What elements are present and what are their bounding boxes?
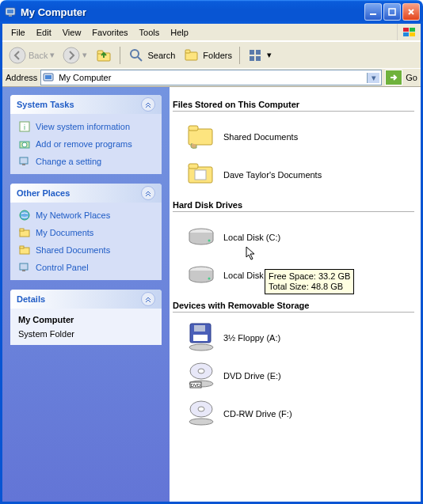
link-label: My Network Places <box>36 210 110 220</box>
menu-help[interactable]: Help <box>165 26 194 39</box>
views-button[interactable]: ▾ <box>244 45 275 66</box>
up-button[interactable] <box>92 45 116 66</box>
menu-view[interactable]: View <box>57 26 87 39</box>
svg-point-42 <box>208 240 211 242</box>
group-header-files: Files Stored on This Computer <box>173 98 414 112</box>
up-folder-icon <box>95 47 112 64</box>
menu-tools[interactable]: Tools <box>134 26 166 39</box>
svg-point-55 <box>198 407 204 411</box>
link-shared-documents[interactable]: Shared Documents <box>18 244 154 256</box>
titlebar[interactable]: My Computer <box>0 0 423 24</box>
item-floppy[interactable]: 3½ Floppy (A:) <box>173 319 414 357</box>
link-label: Control Panel <box>36 263 89 272</box>
svg-rect-40 <box>195 170 206 180</box>
go-label: Go <box>406 73 417 82</box>
svg-point-48 <box>189 344 213 351</box>
link-my-documents[interactable]: My Documents <box>18 226 154 239</box>
item-local-disk-c[interactable]: Local Disk (C:) <box>173 218 414 256</box>
system-tasks-header[interactable]: System Tasks <box>10 95 162 114</box>
drive-tooltip: Free Space: 33.2 GB Total Size: 48.8 GB <box>265 269 354 294</box>
svg-rect-31 <box>20 229 24 231</box>
link-label: Shared Documents <box>36 245 110 255</box>
item-dvd[interactable]: DVD DVD Drive (E:) <box>173 357 414 395</box>
collapse-icon[interactable] <box>141 97 155 112</box>
address-label: Address <box>6 73 37 82</box>
svg-rect-2 <box>9 15 12 17</box>
svg-rect-19 <box>250 56 254 61</box>
details-header[interactable]: Details <box>10 290 162 309</box>
item-label: DVD Drive (E:) <box>223 371 281 381</box>
other-places-panel: Other Places My Network Places My Docume… <box>10 184 162 280</box>
task-add-remove-programs[interactable]: Add or remove programs <box>18 138 154 150</box>
tooltip-total-size: Total Size: 48.8 GB <box>269 282 350 292</box>
other-places-header[interactable]: Other Places <box>10 184 162 203</box>
item-label: 3½ Floppy (A:) <box>223 333 280 343</box>
address-dropdown-icon[interactable]: ▾ <box>367 73 379 83</box>
svg-point-26 <box>22 142 27 147</box>
svg-rect-35 <box>22 270 25 271</box>
menu-favorites[interactable]: Favorites <box>86 26 133 39</box>
address-input[interactable]: My Computer ▾ <box>40 70 382 85</box>
svg-rect-33 <box>20 246 24 248</box>
svg-rect-5 <box>403 28 409 32</box>
forward-dropdown-icon: ▾ <box>82 50 87 60</box>
cursor-icon <box>246 246 258 262</box>
svg-text:DVD: DVD <box>191 383 201 388</box>
back-dropdown-icon: ▾ <box>50 50 55 60</box>
menubar: File Edit View Favorites Tools Help <box>2 24 421 41</box>
back-button[interactable]: Back ▾ <box>6 45 58 66</box>
svg-rect-28 <box>22 164 25 165</box>
details-name: My Computer <box>18 315 154 324</box>
link-control-panel[interactable]: Control Panel <box>18 261 154 274</box>
svg-rect-3 <box>370 13 376 15</box>
svg-point-9 <box>10 47 25 63</box>
back-label: Back <box>29 51 48 60</box>
minimize-button[interactable] <box>364 3 382 21</box>
go-button[interactable] <box>385 70 402 85</box>
task-view-system-info[interactable]: i View system information <box>18 120 154 133</box>
task-change-setting[interactable]: Change a setting <box>18 155 154 168</box>
svg-rect-34 <box>20 263 28 270</box>
svg-point-44 <box>208 278 211 280</box>
svg-rect-1 <box>7 9 13 13</box>
item-shared-documents[interactable]: Shared Documents <box>173 118 414 156</box>
cd-icon <box>185 398 217 430</box>
details-type: System Folder <box>18 329 154 339</box>
svg-rect-4 <box>389 9 395 15</box>
item-label: Shared Documents <box>223 132 298 142</box>
item-label: Local Disk (C:) <box>223 233 280 242</box>
svg-rect-27 <box>20 157 28 164</box>
folder-icon <box>18 244 31 256</box>
svg-point-29 <box>20 210 29 220</box>
folder-icon <box>18 226 31 239</box>
item-label: Dave Taylor's Documents <box>223 170 322 180</box>
folder-icon <box>185 159 217 191</box>
floppy-icon <box>185 322 217 354</box>
menu-file[interactable]: File <box>6 26 31 39</box>
address-value: My Computer <box>59 73 111 82</box>
address-icon <box>43 71 55 84</box>
network-icon <box>18 209 31 222</box>
svg-rect-12 <box>97 51 103 54</box>
link-network-places[interactable]: My Network Places <box>18 209 154 222</box>
info-icon: i <box>18 120 31 133</box>
menu-edit[interactable]: Edit <box>31 26 57 39</box>
collapse-icon[interactable] <box>141 292 155 306</box>
address-bar: Address My Computer ▾ Go <box>2 68 421 87</box>
folders-button[interactable]: Folders <box>180 45 235 66</box>
close-button[interactable] <box>402 3 420 21</box>
programs-icon <box>18 138 31 150</box>
forward-button[interactable]: ▾ <box>59 45 90 66</box>
collapse-icon[interactable] <box>141 186 155 200</box>
forward-icon <box>63 47 80 64</box>
group-header-removable: Devices with Removable Storage <box>173 299 414 313</box>
back-icon <box>9 47 26 64</box>
windows-flag-icon <box>397 24 421 40</box>
main-content[interactable]: Files Stored on This Computer Shared Doc… <box>170 87 421 502</box>
item-cdrw[interactable]: CD-RW Drive (F:) <box>173 395 414 433</box>
item-user-documents[interactable]: Dave Taylor's Documents <box>173 156 414 194</box>
search-button[interactable]: Search <box>124 45 178 66</box>
folders-icon <box>183 47 200 64</box>
svg-rect-20 <box>256 56 261 61</box>
maximize-button[interactable] <box>383 3 401 21</box>
